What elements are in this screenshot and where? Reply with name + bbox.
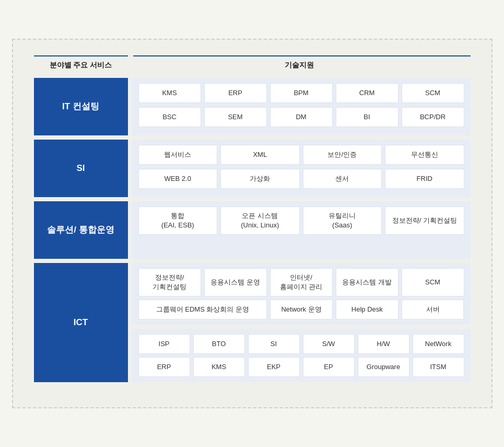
integration-cell: 통합(EAI, ESB) <box>138 207 218 235</box>
ict-row: ICT 정보전략/기획컨설팅 응용시스템 운영 인터넷/홈페이지 관리 응용시스… <box>34 263 471 382</box>
ict-sub2: ISP BTO SI S/W H/W NetWork ERP KMS EKP E… <box>132 329 471 382</box>
header-line-left <box>34 55 128 56</box>
network-cell: NetWork <box>413 334 464 354</box>
dm-cell: DM <box>270 107 333 127</box>
solution-content: 통합(EAI, ESB) 오픈 시스템(Unix, Linux) 유틸리니(Sa… <box>132 201 471 259</box>
main-container: 분야별 주요 서비스 기술지원 IT 컨설팅 KMS ERP BPM CRM S… <box>12 39 493 408</box>
hw-cell: H/W <box>358 334 409 354</box>
si-row1: 웹서비스 XML 보안/인증 무선통신 <box>138 145 464 165</box>
bsc-cell: BSC <box>138 107 201 127</box>
ict-sub1-row1: 정보전략/기획컨설팅 응용시스템 운영 인터넷/홈페이지 관리 응용시스템 개발… <box>138 268 464 296</box>
frid-cell: FRID <box>385 169 464 189</box>
virtualization-cell: 가상화 <box>220 169 300 189</box>
si-row2: WEB 2.0 가상화 센서 FRID <box>138 169 464 189</box>
ict-erp-cell: ERP <box>138 357 190 377</box>
bpm-cell: BPM <box>270 83 333 103</box>
it-consulting-row1: KMS ERP BPM CRM SCM <box>138 83 464 103</box>
erp-cell: ERP <box>204 83 267 103</box>
sensor-cell: 센서 <box>303 169 382 189</box>
solution-category: 솔루션/ 통합운영 <box>34 201 128 259</box>
webservice-cell: 웹서비스 <box>138 145 218 165</box>
groupware-cell: Groupware <box>358 357 409 377</box>
sem-cell: SEM <box>204 107 267 127</box>
ict-kms-cell: KMS <box>193 357 245 377</box>
it-consulting-row2: BSC SEM DM BI BCP/DR <box>138 107 464 127</box>
ict-sub2-row2: ERP KMS EKP EP Groupware ITSM <box>138 357 464 377</box>
ict-sub1-row2: 그룹웨어 EDMS 화상회의 운영 Network 운영 Help Desk 서… <box>138 300 464 319</box>
solution-row: 솔루션/ 통합운영 통합(EAI, ESB) 오픈 시스템(Unix, Linu… <box>34 201 471 259</box>
utility-cell: 유틸리니(Saas) <box>303 207 382 235</box>
ict-right-content: 정보전략/기획컨설팅 응용시스템 운영 인터넷/홈페이지 관리 응용시스템 개발… <box>132 263 471 382</box>
network-ops-cell: Network 운영 <box>270 300 333 319</box>
helpdesk-cell: Help Desk <box>336 300 398 319</box>
ep-cell: EP <box>303 357 355 377</box>
si-category: SI <box>34 140 128 197</box>
right-column-header: 기술지원 <box>128 61 471 70</box>
info-strategy-cell: 정보전략/기획컨설팅 <box>138 268 201 296</box>
ekp-cell: EKP <box>248 357 300 377</box>
kms-cell: KMS <box>138 83 201 103</box>
itsm-cell: ITSM <box>413 357 464 377</box>
isp-cell: ISP <box>138 334 190 354</box>
internet-mgmt-cell: 인터넷/홈페이지 관리 <box>270 268 333 296</box>
header-line-right <box>133 55 471 56</box>
ict-sub2-row1: ISP BTO SI S/W H/W NetWork <box>138 334 464 354</box>
bcpdr-cell: BCP/DR <box>402 107 464 127</box>
bi-cell: BI <box>336 107 398 127</box>
framework-cell: 정보전략/ 기획컨설팅 <box>385 207 464 235</box>
groupware-edms-cell: 그룹웨어 EDMS 화상회의 운영 <box>138 300 267 319</box>
ict-sub1: 정보전략/기획컨설팅 응용시스템 운영 인터넷/홈페이지 관리 응용시스템 개발… <box>132 263 471 325</box>
scm-cell: SCM <box>402 83 464 103</box>
app-system-ops-cell: 응용시스템 운영 <box>204 268 267 296</box>
it-consulting-row: IT 컨설팅 KMS ERP BPM CRM SCM BSC SEM DM BI… <box>34 78 471 135</box>
security-cell: 보안/인증 <box>303 145 382 165</box>
bto-cell: BTO <box>193 334 245 354</box>
si-row: SI 웹서비스 XML 보안/인증 무선통신 WEB 2.0 가상화 센서 FR… <box>34 140 471 197</box>
xml-cell: XML <box>220 145 300 165</box>
crm-cell: CRM <box>336 83 398 103</box>
it-consulting-content: KMS ERP BPM CRM SCM BSC SEM DM BI BCP/DR <box>132 78 471 135</box>
left-column-header: 분야별 주요 서비스 <box>34 61 128 70</box>
web20-cell: WEB 2.0 <box>138 169 218 189</box>
header-lines <box>34 55 471 56</box>
ict-category: ICT <box>34 263 128 382</box>
wireless-cell: 무선통신 <box>385 145 464 165</box>
app-system-dev-cell: 응용시스템 개발 <box>336 268 398 296</box>
ict-scm-cell: SCM <box>402 268 464 296</box>
sw-cell: S/W <box>303 334 355 354</box>
ict-si-cell: SI <box>248 334 300 354</box>
si-content: 웹서비스 XML 보안/인증 무선통신 WEB 2.0 가상화 센서 FRID <box>132 140 471 197</box>
column-headers: 분야별 주요 서비스 기술지원 <box>34 61 471 70</box>
server-cell: 서버 <box>402 300 464 319</box>
it-consulting-category: IT 컨설팅 <box>34 78 128 135</box>
open-system-cell: 오픈 시스템(Unix, Linux) <box>220 207 300 235</box>
solution-row1: 통합(EAI, ESB) 오픈 시스템(Unix, Linux) 유틸리니(Sa… <box>138 207 464 235</box>
